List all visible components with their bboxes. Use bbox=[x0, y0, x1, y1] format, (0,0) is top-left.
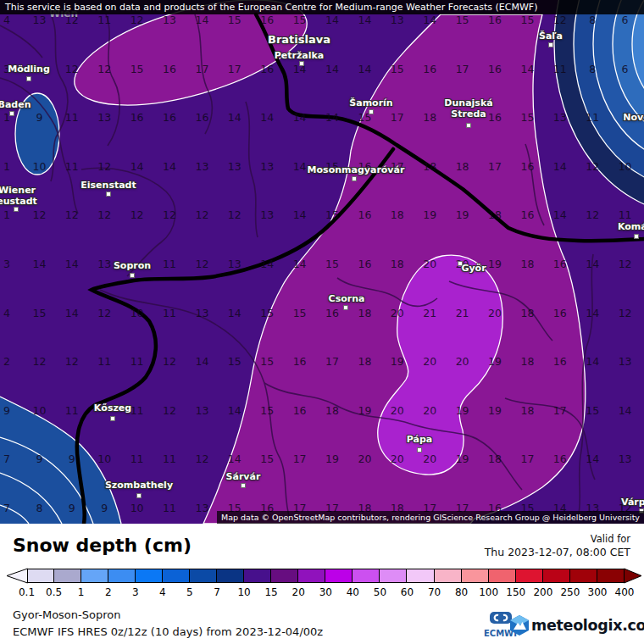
page-title: Snow depth (cm) bbox=[13, 535, 192, 556]
legend-tick: 200 bbox=[533, 586, 552, 598]
legend-tick: 70 bbox=[428, 586, 441, 598]
legend-tick: 0.5 bbox=[46, 586, 62, 598]
map: 4131211121314151615141413141516151286312… bbox=[0, 0, 644, 524]
legend-tick: 30 bbox=[319, 586, 332, 598]
legend-tick: 40 bbox=[347, 586, 359, 598]
ecmwf-notice-bar: This service is based on data and produc… bbox=[0, 0, 644, 14]
legend-tick: 7 bbox=[214, 586, 220, 598]
legend-tick: 4 bbox=[159, 586, 166, 598]
map-attribution: Map data © OpenStreetMap contributors, r… bbox=[217, 511, 644, 524]
ecmwf-notice-text: This service is based on data and produc… bbox=[5, 2, 537, 13]
model-run-label: ECMWF IFS HRES 0z/12z (10 days) from 202… bbox=[13, 625, 323, 638]
legend-arrow-left bbox=[7, 569, 28, 583]
legend-arrows bbox=[0, 566, 644, 585]
legend-tick: 5 bbox=[186, 586, 193, 598]
legend-tick: 2 bbox=[105, 586, 112, 598]
legend-tick: 300 bbox=[588, 586, 608, 598]
info-panel: Snow depth (cm) Valid for Thu 2023-12-07… bbox=[0, 524, 644, 644]
legend-tick: 250 bbox=[560, 586, 580, 598]
legend-tick: 150 bbox=[506, 586, 525, 598]
legend-tick: 60 bbox=[401, 586, 414, 598]
legend-arrow-right bbox=[625, 569, 642, 583]
meteologix-logo-text: meteologix.com bbox=[531, 617, 644, 634]
color-scale-legend: 0.10.51234571015203040506070801001502002… bbox=[0, 566, 644, 603]
legend-tick: 20 bbox=[292, 586, 305, 598]
meteologix-logo-icon bbox=[510, 615, 529, 636]
legend-tick: 400 bbox=[615, 586, 635, 598]
region-label: Gyor-Moson-Sopron bbox=[13, 608, 120, 621]
map-canvas bbox=[0, 0, 644, 524]
valid-for-label: Valid for bbox=[591, 533, 630, 545]
valid-time: Thu 2023-12-07, 08:00 CET bbox=[485, 546, 630, 558]
meteologix-logo[interactable]: meteologix.com bbox=[510, 615, 644, 636]
legend-tick: 1 bbox=[78, 586, 85, 598]
legend-tick: 0.1 bbox=[19, 586, 35, 598]
ecmwf-logo-icon bbox=[489, 611, 513, 625]
legend-tick: 15 bbox=[264, 586, 277, 598]
weather-map-page: 4131211121314151615141413141516151286312… bbox=[0, 0, 644, 644]
legend-tick: 100 bbox=[479, 586, 498, 598]
legend-tick: 3 bbox=[132, 586, 139, 598]
legend-tick: 80 bbox=[455, 586, 468, 598]
legend-tick: 10 bbox=[237, 586, 250, 598]
legend-tick: 50 bbox=[374, 586, 386, 598]
